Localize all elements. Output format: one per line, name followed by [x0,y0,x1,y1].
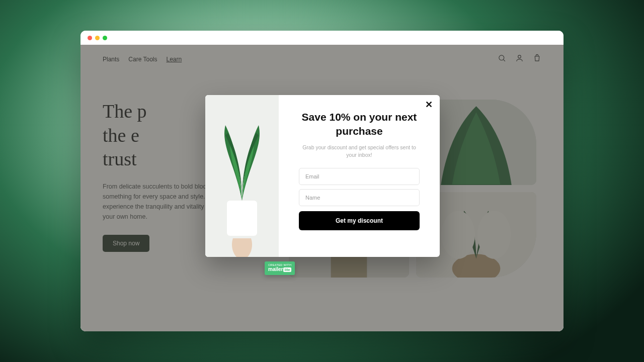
svg-rect-13 [227,201,257,236]
browser-window: Plants Care Tools Learn [80,31,564,331]
window-close-dot[interactable] [88,36,92,40]
discount-popup: ✕ Save 10% on your next purchase Grab yo… [205,95,440,257]
popup-title: Save 10% on your next purchase [293,110,426,139]
email-field[interactable] [299,168,420,185]
badge-suffix: lite [283,267,291,272]
close-icon[interactable]: ✕ [425,100,433,109]
badge-brand: mailer [268,266,283,272]
get-discount-button[interactable]: Get my discount [299,211,420,230]
popup-subtitle: Grab your discount and get special offer… [301,144,417,159]
window-titlebar [80,31,564,45]
popup-image [205,95,279,257]
site-viewport: Plants Care Tools Learn [80,45,564,331]
window-maximize-dot[interactable] [103,36,107,40]
popup-body: ✕ Save 10% on your next purchase Grab yo… [279,95,440,257]
page-background: Plants Care Tools Learn [0,0,644,362]
name-field[interactable] [299,189,420,206]
window-minimize-dot[interactable] [95,36,100,40]
mailerlite-badge[interactable]: CREATED WITH mailerlite [265,261,295,275]
